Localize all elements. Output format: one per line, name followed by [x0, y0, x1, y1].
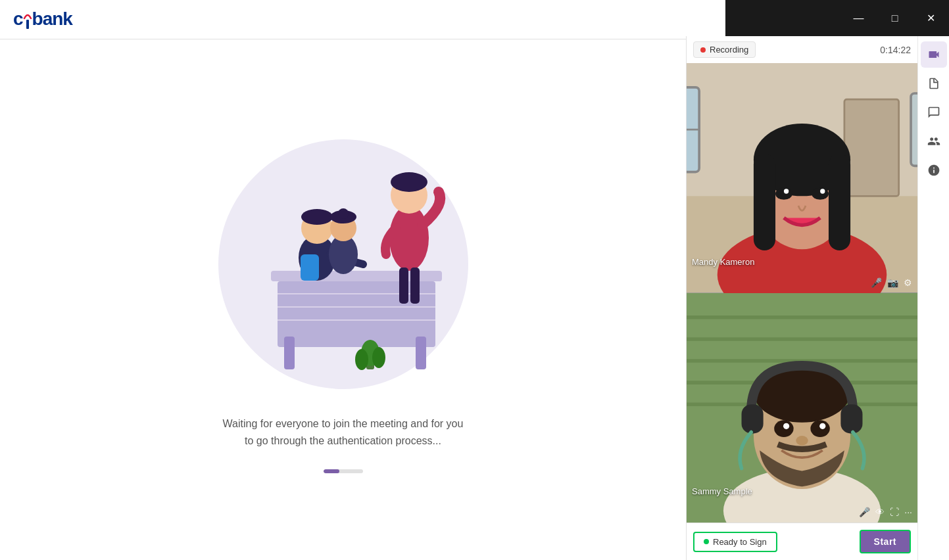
- svg-rect-12: [399, 268, 408, 304]
- citi-logo-arc: [23, 11, 32, 30]
- eye-icon[interactable]: 👁: [875, 507, 885, 517]
- expand-icon[interactable]: ⛶: [890, 507, 899, 517]
- svg-rect-0: [26, 20, 29, 29]
- svg-point-11: [391, 172, 427, 192]
- close-button[interactable]: ✕: [913, 0, 949, 36]
- svg-point-41: [775, 187, 792, 199]
- logo-text: c bank: [13, 9, 72, 30]
- svg-point-59: [810, 420, 829, 437]
- svg-point-61: [819, 423, 825, 429]
- svg-rect-34: [844, 99, 899, 196]
- svg-point-17: [301, 209, 333, 225]
- settings-icon[interactable]: ⚙: [904, 277, 912, 288]
- mic-icon[interactable]: 🎤: [871, 277, 882, 288]
- side-icons-panel: [917, 36, 949, 560]
- more-icon[interactable]: ···: [904, 507, 912, 517]
- sammy-name: Sammy Sample: [692, 486, 752, 496]
- video-feeds: Mandy Kameron 🎤 📷 ⚙: [687, 63, 917, 523]
- ready-bar: Ready to Sign Start: [687, 523, 917, 560]
- people-icon-svg: [927, 135, 940, 148]
- ready-label: Ready to Sign: [713, 537, 767, 547]
- svg-rect-5: [416, 337, 426, 369]
- svg-point-9: [389, 205, 429, 271]
- info-panel-icon[interactable]: [921, 157, 947, 183]
- svg-rect-57: [840, 404, 862, 433]
- svg-point-21: [338, 208, 349, 219]
- svg-rect-4: [284, 337, 295, 369]
- svg-rect-56: [742, 404, 764, 433]
- sammy-controls: 🎤 👁 ⛶ ···: [859, 507, 912, 517]
- svg-rect-13: [410, 268, 420, 304]
- document-icon-svg: [927, 77, 940, 90]
- svg-rect-39: [754, 154, 775, 250]
- svg-point-62: [796, 436, 808, 446]
- svg-point-24: [355, 349, 368, 370]
- progress-fill: [324, 469, 339, 473]
- svg-point-43: [784, 189, 789, 193]
- svg-rect-15: [301, 254, 319, 281]
- logo: c bank: [13, 9, 72, 30]
- video-feed-mandy: Mandy Kameron 🎤 📷 ⚙: [687, 63, 917, 293]
- mandy-controls: 🎤 📷 ⚙: [871, 277, 912, 288]
- svg-rect-40: [829, 154, 850, 250]
- people-panel-icon[interactable]: [921, 128, 947, 154]
- document-panel-icon[interactable]: [921, 70, 947, 97]
- svg-point-60: [783, 423, 789, 429]
- svg-point-25: [372, 347, 385, 368]
- recording-timer: 0:14:22: [880, 45, 911, 55]
- right-panel: Recording 0:14:22: [686, 36, 949, 560]
- recording-label: Recording: [710, 45, 748, 55]
- recording-dot: [700, 47, 706, 53]
- minimize-button[interactable]: —: [840, 0, 877, 36]
- maximize-button[interactable]: □: [877, 0, 913, 36]
- svg-point-58: [774, 420, 793, 437]
- video-panel-icon[interactable]: [921, 41, 947, 68]
- recording-badge: Recording: [693, 41, 756, 58]
- meeting-illustration: [205, 126, 481, 402]
- progress-bar: [324, 469, 363, 473]
- waiting-text: Waiting for everyone to join the meeting…: [223, 415, 464, 449]
- info-icon-svg: [927, 164, 940, 177]
- mandy-name: Mandy Kameron: [692, 257, 754, 267]
- chat-icon-svg: [927, 106, 940, 119]
- main-content: Waiting for everyone to join the meeting…: [0, 39, 686, 560]
- start-button[interactable]: Start: [860, 530, 911, 553]
- chat-panel-icon[interactable]: [921, 99, 947, 126]
- ready-to-sign-badge: Ready to Sign: [693, 532, 777, 552]
- window-controls: — □ ✕: [725, 0, 949, 36]
- svg-point-42: [812, 187, 829, 199]
- ready-dot: [704, 539, 709, 544]
- mic-icon-sammy[interactable]: 🎤: [859, 507, 870, 517]
- svg-point-44: [820, 189, 825, 193]
- camera-icon[interactable]: 📷: [887, 277, 898, 288]
- recording-bar: Recording 0:14:22: [687, 36, 917, 63]
- video-feed-sammy: Sammy Sample 🎤 👁 ⛶ ···: [687, 293, 917, 523]
- video-area: Recording 0:14:22: [687, 36, 917, 560]
- video-icon-svg: [927, 48, 940, 61]
